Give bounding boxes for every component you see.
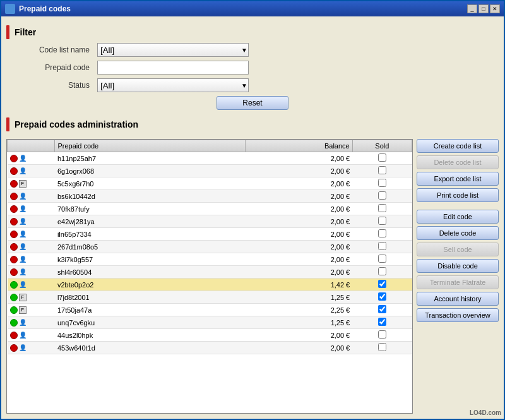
sold-checkbox[interactable] xyxy=(378,267,386,275)
sold-checkbox[interactable] xyxy=(378,280,386,288)
sold-checkbox[interactable] xyxy=(378,217,386,225)
status-select[interactable]: [All] xyxy=(97,78,249,92)
table-row[interactable]: 👤 e42wj281ya2,00 € xyxy=(8,215,412,228)
export-code-list-button[interactable]: Export code list xyxy=(417,172,499,186)
table-scroll[interactable]: Prepaid code Balance Sold 👤 h11np25ah72,… xyxy=(7,140,412,413)
person-icon: 👤 xyxy=(19,268,27,275)
table-row[interactable]: 👤 shl4r605042,00 € xyxy=(8,266,412,279)
table-row[interactable]: 👤 bs6k10442d2,00 € xyxy=(8,190,412,203)
action-buttons-panel: Create code list Delete code list Export… xyxy=(417,139,499,414)
sold-checkbox[interactable] xyxy=(378,305,386,313)
table-row[interactable]: F 5c5xg6r7h02,00 € xyxy=(8,177,412,190)
status-indicator xyxy=(10,256,18,263)
row-balance-cell: 2,00 € xyxy=(246,152,353,165)
table-row[interactable]: 👤 44us2l0hpk2,00 € xyxy=(8,329,412,342)
row-balance-cell: 2,00 € xyxy=(246,215,353,228)
row-icons-cell: 👤 xyxy=(8,165,55,177)
person-icon: 👤 xyxy=(19,155,27,162)
account-history-button[interactable]: Account history xyxy=(417,292,499,306)
row-sold-cell xyxy=(352,152,412,165)
edit-code-button[interactable]: Edit code xyxy=(417,210,499,224)
status-indicator xyxy=(10,319,18,327)
row-sold-cell xyxy=(352,190,412,203)
row-sold-cell xyxy=(352,165,412,177)
sold-checkbox[interactable] xyxy=(378,166,386,174)
admin-bar-indicator xyxy=(6,117,9,131)
row-sold-cell xyxy=(352,291,412,304)
main-content: Filter Code list name [All] ▼ Prepaid co… xyxy=(1,16,504,419)
row-icons-cell: 👤 xyxy=(8,190,55,203)
row-icons-cell: F xyxy=(8,177,55,190)
person-icon: 👤 xyxy=(19,243,27,250)
status-indicator xyxy=(10,205,18,213)
sold-checkbox[interactable] xyxy=(378,229,386,237)
delete-code-list-button: Delete code list xyxy=(417,155,499,169)
row-balance-cell: 2,25 € xyxy=(246,304,353,316)
person-icon: 👤 xyxy=(19,319,27,326)
table-row[interactable]: 👤 h11np25ah72,00 € xyxy=(8,152,412,165)
table-row[interactable]: 👤 6g1ogrx0682,00 € xyxy=(8,165,412,177)
row-sold-cell xyxy=(352,342,412,354)
filter-bar-indicator xyxy=(6,25,9,39)
table-row[interactable]: 👤 267d1m08o52,00 € xyxy=(8,241,412,253)
sold-checkbox[interactable] xyxy=(378,330,386,339)
table-row[interactable]: 👤 v2bte0p2o21,42 € xyxy=(8,279,412,291)
row-sold-cell xyxy=(352,228,412,241)
sold-checkbox[interactable] xyxy=(378,318,386,326)
row-code-cell: k3i7k0g557 xyxy=(55,253,246,266)
sold-checkbox[interactable] xyxy=(378,204,386,212)
code-list-select[interactable]: [All] xyxy=(97,43,249,57)
row-sold-cell xyxy=(352,215,412,228)
transaction-overview-button[interactable]: Transaction overview xyxy=(417,308,499,322)
reset-button[interactable]: Reset xyxy=(217,96,288,110)
sold-checkbox[interactable] xyxy=(378,153,386,162)
table-row[interactable]: 👤 k3i7k0g5572,00 € xyxy=(8,253,412,266)
maximize-button[interactable]: □ xyxy=(478,4,489,13)
title-bar-left: Prepaid codes xyxy=(5,4,71,14)
row-balance-cell: 2,00 € xyxy=(246,190,353,203)
disable-code-button[interactable]: Disable code xyxy=(417,259,499,273)
sell-code-button: Sell code xyxy=(417,243,499,256)
status-indicator xyxy=(10,332,18,339)
table-header-row: Prepaid code Balance Sold xyxy=(8,140,412,152)
sold-checkbox[interactable] xyxy=(378,242,386,250)
table-row[interactable]: F 17t50ja47a2,25 € xyxy=(8,304,412,316)
row-balance-cell: 2,00 € xyxy=(246,253,353,266)
prepaid-code-input[interactable] xyxy=(97,61,249,75)
person-icon: 👤 xyxy=(19,218,27,225)
row-icons-cell: 👤 xyxy=(8,329,55,342)
print-code-list-button[interactable]: Print code list xyxy=(417,188,499,202)
sold-checkbox[interactable] xyxy=(378,191,386,200)
sold-checkbox[interactable] xyxy=(378,255,386,263)
delete-code-button[interactable]: Delete code xyxy=(417,226,499,240)
row-icons-cell: 👤 xyxy=(8,203,55,215)
sold-checkbox[interactable] xyxy=(378,179,386,187)
close-button[interactable]: ✕ xyxy=(490,4,500,13)
status-indicator xyxy=(10,180,18,188)
table-row[interactable]: F l7jd8t20011,25 € xyxy=(8,291,412,304)
minimize-button[interactable]: _ xyxy=(467,4,477,13)
table-row[interactable]: 👤 70fk87tufy2,00 € xyxy=(8,203,412,215)
row-balance-cell: 1,25 € xyxy=(246,316,353,329)
table-row[interactable]: 👤 453w640t1d2,00 € xyxy=(8,342,412,354)
code-list-label: Code list name xyxy=(19,45,95,54)
table-row[interactable]: 👤 iln65p73342,00 € xyxy=(8,228,412,241)
row-balance-cell: 2,00 € xyxy=(246,329,353,342)
row-sold-cell xyxy=(352,329,412,342)
row-balance-cell: 2,00 € xyxy=(246,342,353,354)
create-code-list-button[interactable]: Create code list xyxy=(417,139,499,153)
status-indicator xyxy=(10,281,18,289)
row-icons-cell: 👤 xyxy=(8,152,55,165)
admin-header: Prepaid codes administration xyxy=(6,117,499,131)
row-sold-cell xyxy=(352,304,412,316)
sold-checkbox[interactable] xyxy=(378,292,386,301)
sold-checkbox[interactable] xyxy=(378,343,386,351)
f-badge-icon: F xyxy=(19,180,27,188)
codes-table-container: Prepaid code Balance Sold 👤 h11np25ah72,… xyxy=(6,139,413,414)
row-sold-cell xyxy=(352,266,412,279)
row-code-cell: iln65p7334 xyxy=(55,228,246,241)
row-sold-cell xyxy=(352,253,412,266)
row-code-cell: 70fk87tufy xyxy=(55,203,246,215)
table-row[interactable]: 👤 unq7cv6gku1,25 € xyxy=(8,316,412,329)
row-code-cell: 267d1m08o5 xyxy=(55,241,246,253)
